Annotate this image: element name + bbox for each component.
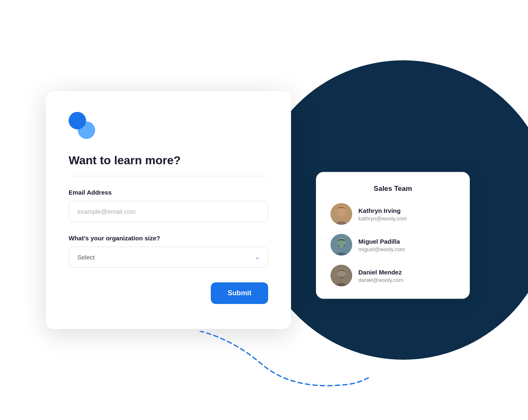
avatar-miguel [331, 234, 352, 256]
main-container: Want to learn more? Email Address What's… [46, 91, 482, 329]
member-info-miguel: Miguel Padilla miguel@wooly.com [358, 237, 405, 252]
member-info-daniel: Daniel Mendez daniel@wooly.com [358, 268, 403, 283]
member-info-kathryn: Kathryn Irving kathryn@wooly.com [358, 207, 407, 221]
member-email-daniel: daniel@wooly.com [358, 277, 403, 283]
submit-row: Submit [69, 282, 268, 304]
avatar-kathryn [331, 203, 352, 225]
org-size-select[interactable]: Select 1–10 11–50 51–200 201–500 500+ [69, 247, 268, 268]
team-member-daniel: Daniel Mendez daniel@wooly.com [331, 265, 455, 287]
email-label: Email Address [69, 189, 268, 196]
org-size-select-wrapper: Select 1–10 11–50 51–200 201–500 500+ ⌄ [69, 247, 268, 268]
avatar-daniel [331, 265, 352, 287]
member-email-kathryn: kathryn@wooly.com [358, 215, 407, 221]
scene: Want to learn more? Email Address What's… [0, 0, 528, 420]
logo [69, 112, 102, 139]
org-size-label: What's your organization size? [69, 235, 268, 242]
team-member-miguel: Miguel Padilla miguel@wooly.com [331, 234, 455, 256]
sales-card-title: Sales Team [331, 185, 455, 193]
member-email-miguel: miguel@wooly.com [358, 246, 405, 252]
member-name-daniel: Daniel Mendez [358, 268, 403, 275]
email-input[interactable] [69, 201, 268, 222]
member-name-miguel: Miguel Padilla [358, 237, 405, 245]
team-member-kathryn: Kathryn Irving kathryn@wooly.com [331, 203, 455, 225]
member-name-kathryn: Kathryn Irving [358, 207, 407, 214]
svg-point-3 [337, 206, 346, 217]
sales-card: Sales Team Kathryn Irving kathryn@wool [316, 172, 470, 299]
logo-circle-primary [69, 112, 86, 129]
form-divider [69, 176, 268, 176]
form-title: Want to learn more? [69, 153, 268, 168]
submit-button[interactable]: Submit [211, 282, 268, 304]
form-card: Want to learn more? Email Address What's… [46, 91, 291, 329]
